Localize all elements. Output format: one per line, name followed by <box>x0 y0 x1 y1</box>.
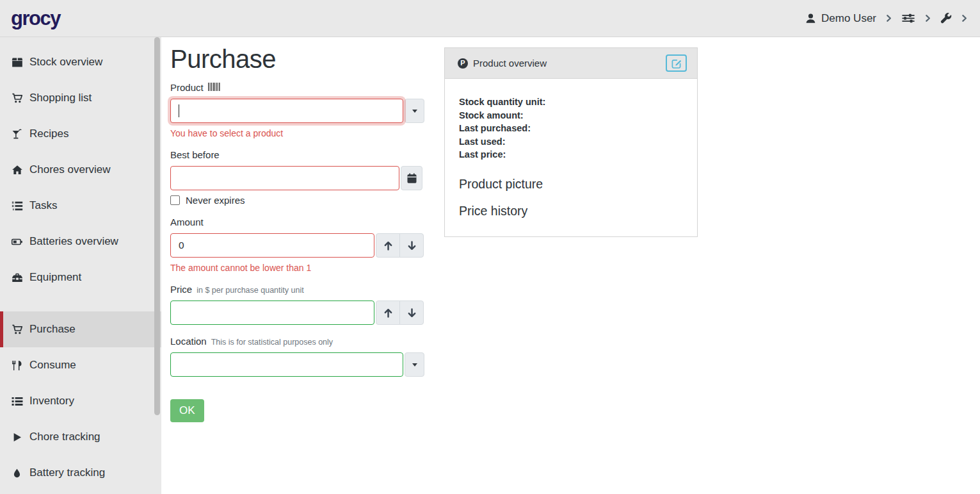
cocktail-icon <box>11 129 23 140</box>
product-label: Product <box>170 82 204 93</box>
sidebar-item-batteries-overview[interactable]: Batteries overview <box>0 224 161 259</box>
ok-button[interactable]: OK <box>170 399 204 422</box>
arrow-up-icon <box>383 240 394 251</box>
grocy-logo[interactable]: grocy <box>11 8 60 28</box>
price-history-heading: Price history <box>459 204 683 218</box>
stock-quantity-unit-field: Stock quantity unit: <box>459 95 683 109</box>
sidebar-scrollbar[interactable] <box>154 37 160 415</box>
battery-icon <box>11 236 23 247</box>
product-input[interactable] <box>170 99 403 123</box>
navbar: grocy Demo User <box>0 0 980 37</box>
price-decrease-button[interactable] <box>399 301 424 325</box>
main-content: Purchase Product <box>161 37 980 494</box>
purchase-form: Purchase Product <box>170 45 424 422</box>
utensils-icon <box>11 360 23 371</box>
calendar-icon <box>406 173 417 184</box>
location-dropdown-button[interactable] <box>405 352 424 377</box>
location-group: Location This is for statistical purpose… <box>170 336 424 377</box>
price-group: Price in $ per purchase quantity unit <box>170 284 424 325</box>
shopping-cart-icon <box>11 93 23 104</box>
amount-group: Amount The amount cannot be lower than <box>170 217 424 273</box>
card-header: P Product overview <box>445 48 697 79</box>
product-overview-card: P Product overview Stock quantity unit: … <box>444 47 698 237</box>
navbar-right: Demo User <box>805 12 968 25</box>
sidebar-item-label: Consume <box>29 359 76 372</box>
location-hint: This is for statistical purposes only <box>211 338 333 347</box>
last-price-field: Last price: <box>459 148 683 161</box>
caret-down-icon <box>412 363 417 366</box>
location-label: Location <box>170 336 207 347</box>
settings-menu[interactable] <box>940 13 952 24</box>
sidebar-item-equipment[interactable]: Equipment <box>0 259 161 295</box>
never-expires-label: Never expires <box>186 195 245 206</box>
sidebar-item-chores-overview[interactable]: Chores overview <box>0 152 161 188</box>
product-picture-heading: Product picture <box>459 177 683 192</box>
barcode-icon[interactable] <box>208 83 222 91</box>
sidebar-item-label: Shopping list <box>29 92 92 104</box>
amount-input[interactable] <box>170 233 374 258</box>
product-dropdown-button[interactable] <box>405 99 424 123</box>
best-before-label: Best before <box>170 149 220 160</box>
sidebar-item-chore-tracking[interactable]: Chore tracking <box>0 419 161 455</box>
shopping-cart-icon <box>11 324 23 335</box>
last-used-field: Last used: <box>459 135 683 149</box>
card-body: Stock quantity unit: Stock amount: Last … <box>445 79 697 236</box>
sidebar-item-battery-tracking[interactable]: Battery tracking <box>0 455 161 491</box>
home-icon <box>11 165 23 176</box>
sidebar-item-shopping-list[interactable]: Shopping list <box>0 80 161 116</box>
sidebar-item-label: Tasks <box>29 199 57 212</box>
sidebar-item-label: Purchase <box>29 323 76 336</box>
sidebar-item-tasks[interactable]: Tasks <box>0 188 161 224</box>
product-error: You have to select a product <box>170 128 424 138</box>
chevron-right-icon <box>885 14 893 22</box>
box-icon <box>11 57 23 68</box>
toolbox-icon <box>11 272 23 283</box>
edit-product-button[interactable] <box>666 54 687 72</box>
amount-increase-button[interactable] <box>376 233 400 258</box>
location-input[interactable] <box>170 352 403 377</box>
amount-decrease-button[interactable] <box>399 233 424 258</box>
sidebar-item-inventory[interactable]: Inventory <box>0 383 161 419</box>
arrow-down-icon <box>406 308 417 318</box>
sidebar-item-consume[interactable]: Consume <box>0 347 161 383</box>
sidebar-item-label: Battery tracking <box>29 466 105 479</box>
user-menu[interactable]: Demo User <box>805 12 876 25</box>
tint-icon <box>11 468 23 479</box>
best-before-input[interactable] <box>170 166 399 190</box>
page-title: Purchase <box>170 45 424 74</box>
tasks-icon <box>11 201 23 211</box>
calendar-button[interactable] <box>401 166 422 190</box>
list-icon <box>11 396 23 407</box>
price-input[interactable] <box>170 301 374 325</box>
never-expires-row: Never expires <box>170 195 424 206</box>
stock-amount-field: Stock amount: <box>459 109 683 122</box>
wrench-icon <box>940 13 952 24</box>
sidebar: Stock overview Shopping list Recipes Cho… <box>0 37 161 494</box>
sidebar-item-label: Batteries overview <box>29 235 118 248</box>
product-icon: P <box>458 58 468 69</box>
amount-label: Amount <box>170 217 204 227</box>
sidebar-item-stock-overview[interactable]: Stock overview <box>0 44 161 80</box>
chevron-right-icon <box>924 14 932 22</box>
edit-icon <box>671 58 682 69</box>
price-label: Price <box>170 284 192 295</box>
chevron-right-icon <box>960 14 968 22</box>
sidebar-item-purchase[interactable]: Purchase <box>0 311 161 347</box>
user-name: Demo User <box>821 12 876 25</box>
play-icon <box>11 432 23 443</box>
sidebar-item-label: Equipment <box>29 271 81 284</box>
manage-master-data-menu[interactable] <box>901 13 915 24</box>
never-expires-checkbox[interactable] <box>170 195 180 205</box>
price-increase-button[interactable] <box>376 301 400 325</box>
arrow-up-icon <box>383 308 394 318</box>
sidebar-item-label: Chore tracking <box>29 431 100 443</box>
last-purchased-field: Last purchased: <box>459 122 683 135</box>
caret-down-icon <box>412 110 417 113</box>
best-before-group: Best before Nev <box>170 149 424 206</box>
sidebar-item-label: Stock overview <box>29 56 102 69</box>
sidebar-item-label: Inventory <box>29 395 74 408</box>
product-group: Product <box>170 82 424 138</box>
text-cursor <box>179 104 179 117</box>
sidebar-item-recipes[interactable]: Recipes <box>0 116 161 152</box>
sliders-icon <box>901 13 915 24</box>
